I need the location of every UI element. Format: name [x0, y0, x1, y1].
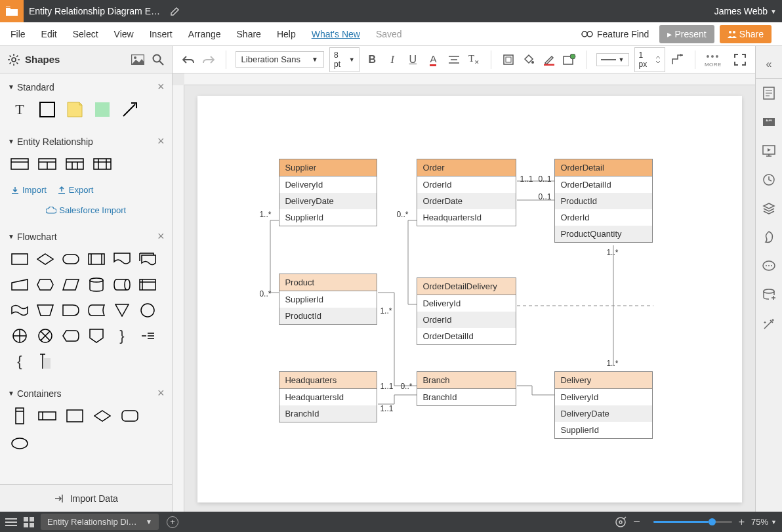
rename-icon[interactable] — [171, 7, 180, 16]
shape-fc-directdata[interactable] — [113, 276, 131, 294]
shape-cont-5[interactable] — [121, 407, 139, 425]
shape-fc-display[interactable] — [62, 327, 80, 345]
zoom-level[interactable]: 75% — [751, 517, 768, 527]
zoom-slider[interactable] — [653, 521, 732, 523]
italic-button[interactable]: I — [385, 54, 400, 66]
history-icon[interactable] — [756, 165, 782, 194]
underline-button[interactable]: U — [405, 54, 421, 66]
comments-icon[interactable]: ❝❞ — [756, 108, 782, 136]
import-data-button[interactable]: Import Data — [0, 484, 172, 512]
undo-button[interactable] — [180, 55, 196, 64]
salesforce-link[interactable]: Salesforce Import — [10, 205, 161, 215]
menu-whats-new[interactable]: What's New — [312, 29, 360, 39]
shape-note[interactable] — [66, 100, 84, 119]
shape-fc-data[interactable] — [62, 276, 80, 294]
entity-field[interactable]: DeliveryId — [555, 389, 652, 405]
entity-field[interactable]: OrderId — [555, 209, 652, 226]
shape-fc-predef[interactable] — [87, 250, 106, 268]
chat-icon[interactable] — [756, 252, 782, 281]
zoom-out-button[interactable]: − — [633, 515, 640, 529]
line-width-select[interactable]: 1 px — [634, 47, 665, 72]
entity-field[interactable]: HeadquartersId — [417, 209, 516, 226]
font-select[interactable]: Liberation Sans ▼ — [236, 51, 324, 68]
shape-cont-3[interactable] — [66, 407, 84, 425]
page-settings-icon[interactable] — [756, 79, 782, 108]
entity-field[interactable]: ProductId — [279, 308, 377, 324]
entity-headquarters[interactable]: Headquarters HeadquartersId BranchId — [279, 371, 377, 422]
close-icon[interactable]: × — [157, 80, 165, 94]
shape-fc-sum[interactable] — [36, 327, 54, 345]
category-containers-header[interactable]: ▼ Containers × — [0, 380, 172, 407]
entity-product[interactable]: Product SupplierId ProductId — [279, 274, 377, 325]
clear-format-button[interactable]: T✕ — [466, 53, 482, 66]
entity-order[interactable]: Order OrderId OrderDate HeadquartersId — [417, 159, 516, 226]
shape-fc-brace-r[interactable]: } — [113, 327, 131, 345]
font-size-select[interactable]: 8 pt ▼ — [329, 47, 360, 72]
fill-color-button[interactable] — [521, 54, 536, 66]
bold-button[interactable]: B — [365, 54, 380, 66]
align-button[interactable] — [446, 55, 461, 64]
entity-header[interactable]: OrderDetail — [555, 159, 652, 176]
entity-field[interactable]: BranchId — [279, 405, 377, 422]
entity-header[interactable]: Branch — [417, 372, 516, 389]
menu-help[interactable]: Help — [277, 29, 296, 39]
shape-cont-1[interactable] — [10, 407, 29, 425]
shape-rect[interactable] — [38, 100, 56, 119]
import-link[interactable]: Import — [10, 185, 47, 195]
entity-field[interactable]: DeliveryId — [279, 176, 377, 193]
shape-fc-multidoc[interactable] — [138, 250, 157, 268]
data-icon[interactable] — [756, 281, 782, 310]
shapes-category-list[interactable]: ▼ Standard × T ▼ Entity Relationship × — [0, 73, 172, 484]
entity-field[interactable]: ProductId — [555, 193, 652, 209]
shape-fc-process[interactable] — [10, 250, 29, 268]
zoom-in-button[interactable]: + — [739, 516, 745, 528]
shape-entity-3[interactable] — [66, 155, 84, 173]
entity-field[interactable]: OrderDetailId — [417, 328, 516, 344]
entity-field[interactable]: DeliveryId — [417, 295, 516, 312]
shape-fc-merge[interactable] — [113, 301, 131, 319]
present-panel-icon[interactable] — [756, 136, 782, 165]
menu-select[interactable]: Select — [73, 29, 98, 39]
shape-fc-manual-input[interactable] — [10, 276, 29, 294]
entity-field[interactable]: SupplierId — [279, 291, 377, 308]
entity-field[interactable]: DeliveryDate — [555, 405, 652, 422]
shape-fc-connector[interactable] — [138, 301, 157, 319]
shape-fc-storeddata[interactable] — [87, 301, 106, 319]
more-button[interactable]: ••• MORE — [705, 51, 722, 68]
menu-share[interactable]: Share — [237, 29, 261, 39]
shape-entity-1[interactable] — [10, 155, 29, 173]
chevron-down-icon[interactable]: ▼ — [771, 519, 777, 525]
share-button[interactable]: Share — [720, 25, 772, 43]
target-icon[interactable] — [615, 516, 627, 528]
export-link[interactable]: Export — [57, 185, 94, 195]
image-icon[interactable] — [131, 54, 144, 65]
feature-find-button[interactable]: Feature Find — [581, 29, 649, 39]
entity-header[interactable]: Supplier — [279, 159, 377, 176]
user-menu[interactable]: James Webb — [714, 6, 768, 16]
shape-fc-papertape[interactable] — [10, 301, 29, 319]
entity-field[interactable]: OrderDetailId — [555, 176, 652, 193]
category-er-header[interactable]: ▼ Entity Relationship × — [0, 128, 172, 155]
text-color-button[interactable]: A — [426, 53, 441, 66]
entity-field[interactable]: ProductQuantity — [555, 226, 652, 242]
category-standard-header[interactable]: ▼ Standard × — [0, 73, 172, 100]
layers-icon[interactable] — [756, 194, 782, 223]
shape-cont-6[interactable] — [10, 434, 29, 453]
list-view-icon[interactable] — [5, 518, 17, 527]
shape-fc-internal[interactable] — [138, 276, 157, 294]
entity-header[interactable]: Order — [417, 159, 516, 176]
shape-fc-manual-op[interactable] — [36, 301, 54, 319]
document-title[interactable]: Entity Relationship Diagram Exa… — [29, 6, 160, 16]
entity-field[interactable]: OrderDate — [417, 193, 516, 209]
entity-orderdetaildelivery[interactable]: OrderDetailDelivery DeliveryId OrderId O… — [417, 277, 516, 345]
line-type-button[interactable] — [670, 54, 686, 66]
shape-fc-brace-l[interactable]: { — [10, 352, 29, 371]
shape-fc-document[interactable] — [113, 250, 131, 268]
menu-file[interactable]: File — [10, 29, 26, 39]
entity-field[interactable]: DeliveryDate — [279, 193, 377, 209]
entity-field[interactable]: SupplierId — [555, 422, 652, 438]
shape-arrow[interactable] — [121, 100, 139, 119]
shape-fc-or[interactable] — [10, 327, 29, 345]
entity-header[interactable]: Headquarters — [279, 372, 377, 389]
entity-delivery[interactable]: Delivery DeliveryId DeliveryDate Supplie… — [554, 371, 653, 439]
